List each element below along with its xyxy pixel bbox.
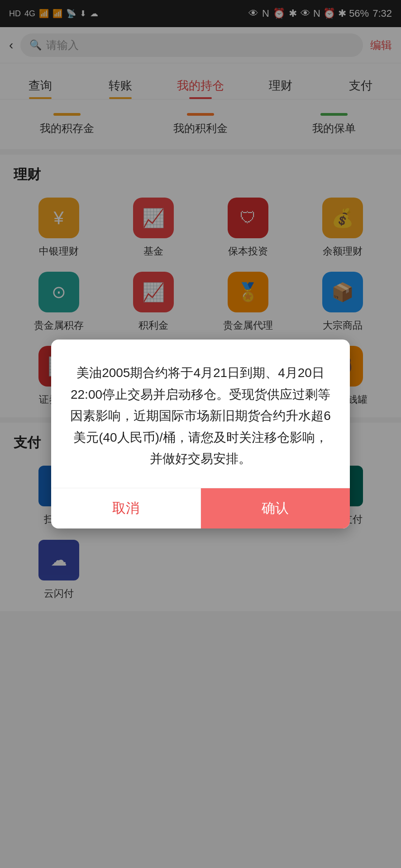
dialog-overlay: 美油2005期合约将于4月21日到期、4月20日22:00停止交易并启动移仓。受… (0, 0, 401, 868)
dialog: 美油2005期合约将于4月21日到期、4月20日22:00停止交易并启动移仓。受… (51, 340, 350, 528)
confirm-label: 确认 (262, 499, 289, 518)
dialog-buttons: 取消 确认 (51, 488, 350, 528)
dialog-confirm-button[interactable]: 确认 (201, 488, 350, 528)
dialog-cancel-button[interactable]: 取消 (51, 488, 201, 528)
cancel-label: 取消 (112, 499, 139, 518)
dialog-message: 美油2005期合约将于4月21日到期、4月20日22:00停止交易并启动移仓。受… (69, 362, 332, 470)
dialog-body: 美油2005期合约将于4月21日到期、4月20日22:00停止交易并启动移仓。受… (51, 340, 350, 488)
